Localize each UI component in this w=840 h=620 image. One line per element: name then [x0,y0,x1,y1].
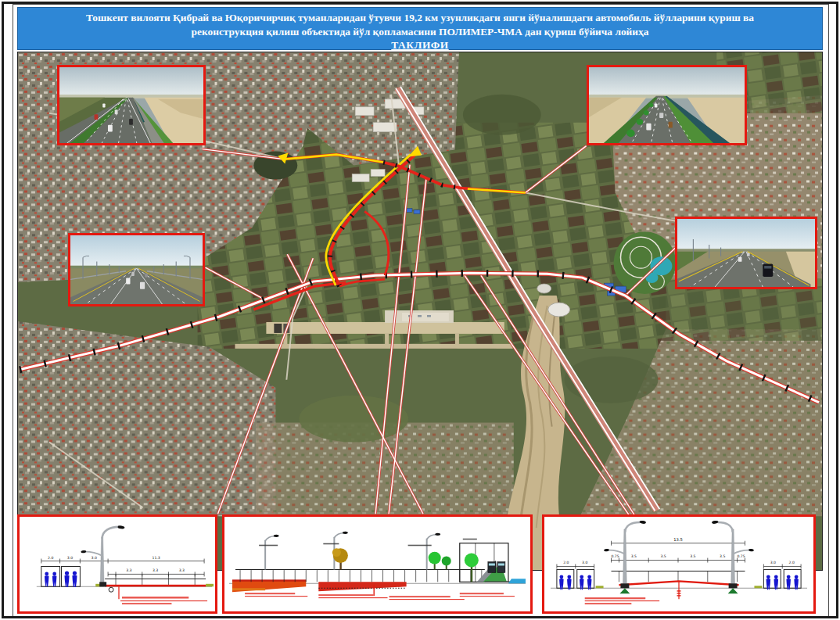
dimension-label: 3.0 [92,556,97,560]
lamp-head [748,549,754,552]
dimension-label: 3.5 [631,554,637,558]
dimension-label: 11.3 [153,556,160,560]
lamp-head [639,520,646,524]
highway-railway-render [59,67,203,143]
trees [332,548,451,569]
dimension-label: 13.5 [673,537,682,542]
header-line-3: ТАКЛИФИ [18,38,822,52]
header-line-1: Тошкент вилояти Қибрай ва Юқоричирчиқ ту… [18,11,822,25]
header-banner: Тошкент вилояти Қибрай ва Юқоричирчиқ ту… [17,7,823,50]
lamp-head [604,549,609,552]
dimension-label: 2.0 [563,561,569,565]
dimension-label: 3.0 [67,556,73,560]
dimension-label: 3.5 [720,554,725,558]
water-channel [508,579,526,583]
lamp-head [712,520,719,524]
cross-section-right: 2.0 3.0 13.5 0.75 3.5 3.5 3.5 3.5 0.75 3… [542,514,816,614]
lamp-head [81,550,86,554]
dimension-label: 3.3 [153,568,158,572]
pedestrian-figures [45,571,77,587]
streetlight-pole [81,525,124,592]
road-cross-section-wide [224,517,530,611]
pavement-layer-red [105,585,206,587]
inset-render-top-left [57,65,206,145]
project-poster: Тошкент вилояти Қибрай ва Юқоричирчиқ ту… [0,0,840,620]
park [614,231,677,294]
dimension-label: 0.75 [611,554,619,558]
lamp-head [117,525,124,529]
dimension-label: 2.0 [789,561,795,565]
dimension-label: 3.5 [690,554,695,558]
section-labels [259,539,477,547]
dimension-label: 2.0 [48,556,53,560]
dimension-label: 3.3 [179,568,185,572]
header-line-2: реконструкция қилиш объектида йўл қоплам… [18,25,822,39]
red-annotation [119,586,207,604]
highway-ground-level-render [677,219,815,287]
streetlight-poles [265,532,440,570]
streetlight-pole [604,520,646,593]
road-cross-section-symmetric: 2.0 3.0 13.5 0.75 3.5 3.5 3.5 3.5 0.75 3… [544,517,813,611]
rail-portal [460,543,526,584]
highway-canal-render [589,67,745,143]
highway-ground-level-render [70,235,203,304]
cross-section-left: 2.0 3.0 3.0 11.3 3.3 3.3 3.3 [17,514,217,614]
dimension-label: 3.0 [582,561,587,565]
cross-section-center [222,514,533,614]
road-cross-section-sidewalk: 2.0 3.0 3.0 11.3 3.3 3.3 3.3 [20,517,215,611]
pavement-wedge [318,582,406,591]
inset-render-mid-right [675,217,817,289]
red-annotations [585,597,659,604]
dimension-label: 3.5 [660,554,666,558]
dimension-label: 3.0 [770,561,776,565]
dimension-label: 3.3 [126,568,131,572]
inset-render-top-right [587,65,747,145]
streetlight-pole [712,520,754,593]
inset-render-mid-left [68,233,205,306]
dimension-label: 0.75 [737,554,745,558]
